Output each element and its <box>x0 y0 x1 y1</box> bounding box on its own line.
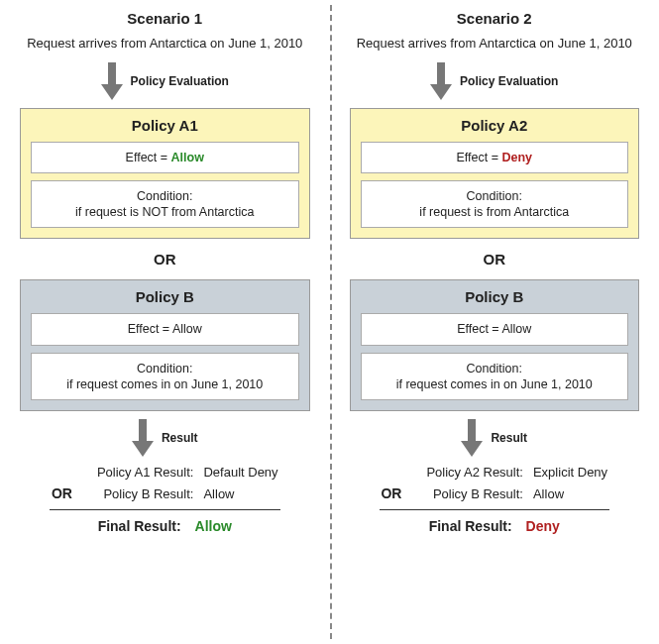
policy-b1-effect: Effect = Allow <box>31 313 299 345</box>
scenario-2-result-label: Result <box>491 431 527 445</box>
policy-b1-box: Policy B Effect = Allow Condition: if re… <box>20 279 310 411</box>
svg-rect-4 <box>437 62 445 84</box>
arrow-down-icon <box>430 62 452 100</box>
diagram-container: Scenario 1 Request arrives from Antarcti… <box>0 0 659 644</box>
scenario-2-final-label: Final Result: <box>429 518 512 534</box>
scenario-1-results-divider <box>50 509 280 510</box>
svg-rect-2 <box>139 419 147 441</box>
scenario-1-final: Final Result: Allow <box>20 518 310 534</box>
policy-a1-effect-value: Allow <box>171 151 204 164</box>
policy-b2-effect-value: Allow <box>501 322 531 336</box>
scenario-2: Scenario 2 Request arrives from Antarcti… <box>330 0 660 644</box>
scenario-2-results-divider <box>380 509 610 510</box>
scenario-2-eval-arrow-row: Policy Evaluation <box>430 62 558 100</box>
policy-a2-title: Policy A2 <box>361 117 629 134</box>
scenario-2-or: OR <box>484 251 506 268</box>
policy-b2-title: Policy B <box>361 288 629 305</box>
center-divider <box>330 5 332 639</box>
svg-marker-1 <box>101 84 123 100</box>
arrow-down-icon <box>132 419 154 457</box>
svg-marker-5 <box>430 84 452 100</box>
scenario-1-final-value: Allow <box>195 518 232 534</box>
result-a1-label: Policy A1 Result: <box>97 465 194 480</box>
scenario-1-results: Policy A1 Result: Default Deny OR Policy… <box>20 465 310 534</box>
policy-a1-condition: Condition: if request is NOT from Antarc… <box>31 180 299 229</box>
scenario-2-title: Scenario 2 <box>457 10 532 27</box>
scenario-2-final-value: Deny <box>526 518 560 534</box>
result-b1-value: Allow <box>203 486 277 501</box>
svg-marker-7 <box>461 441 483 457</box>
policy-b2-condition: Condition: if request comes in on June 1… <box>361 353 629 401</box>
svg-rect-6 <box>468 419 476 441</box>
svg-rect-0 <box>108 62 116 84</box>
svg-marker-3 <box>132 441 154 457</box>
policy-a1-effect-prefix: Effect = <box>126 151 171 164</box>
result-a2-label: Policy A2 Result: <box>426 465 523 480</box>
policy-b1-effect-value: Allow <box>172 322 202 336</box>
scenario-1-eval-arrow-row: Policy Evaluation <box>101 62 229 100</box>
scenario-2-request: Request arrives from Antarctica on June … <box>357 35 632 53</box>
scenario-1-result-label: Result <box>162 431 198 445</box>
scenario-1-results-table: Policy A1 Result: Default Deny OR Policy… <box>20 465 310 507</box>
policy-a2-effect-value: Deny <box>501 151 532 164</box>
scenario-2-results-or: OR <box>381 485 416 501</box>
policy-a2-effect: Effect = Deny <box>361 142 629 173</box>
policy-b2-effect-prefix: Effect = <box>457 322 501 336</box>
policy-a1-title: Policy A1 <box>31 117 299 134</box>
policy-b1-condition: Condition: if request comes in on June 1… <box>31 353 299 401</box>
scenario-1-final-label: Final Result: <box>98 518 181 534</box>
scenario-2-final: Final Result: Deny <box>350 518 640 534</box>
scenario-1-title: Scenario 1 <box>127 10 202 27</box>
policy-a2-effect-prefix: Effect = <box>456 151 501 164</box>
scenario-1-or: OR <box>154 251 176 268</box>
scenario-2-result-arrow-row: Result <box>461 419 527 457</box>
scenario-2-results: Policy A2 Result: Explicit Deny OR Polic… <box>350 465 640 534</box>
result-a2-value: Explicit Deny <box>533 465 607 480</box>
scenario-2-results-table: Policy A2 Result: Explicit Deny OR Polic… <box>350 465 640 507</box>
result-b2-label: Policy B Result: <box>426 486 523 501</box>
result-b1-label: Policy B Result: <box>97 486 194 501</box>
result-b2-value: Allow <box>533 486 607 501</box>
scenario-2-eval-label: Policy Evaluation <box>460 74 558 88</box>
policy-b2-box: Policy B Effect = Allow Condition: if re… <box>350 279 640 411</box>
arrow-down-icon <box>461 419 483 457</box>
policy-b1-effect-prefix: Effect = <box>128 322 172 336</box>
scenario-1-results-or: OR <box>52 485 87 501</box>
policy-b2-effect: Effect = Allow <box>361 313 629 345</box>
scenario-1-result-arrow-row: Result <box>132 419 198 457</box>
policy-a2-box: Policy A2 Effect = Deny Condition: if re… <box>350 108 640 240</box>
arrow-down-icon <box>101 62 123 100</box>
policy-a1-effect: Effect = Allow <box>31 142 299 173</box>
scenario-1-eval-label: Policy Evaluation <box>131 74 229 88</box>
scenario-1-request: Request arrives from Antarctica on June … <box>27 35 302 53</box>
policy-a1-box: Policy A1 Effect = Allow Condition: if r… <box>20 108 310 240</box>
policy-a2-condition: Condition: if request is from Antarctica <box>361 180 629 229</box>
policy-b1-title: Policy B <box>31 288 299 305</box>
result-a1-value: Default Deny <box>203 465 277 480</box>
scenario-1: Scenario 1 Request arrives from Antarcti… <box>0 0 330 644</box>
